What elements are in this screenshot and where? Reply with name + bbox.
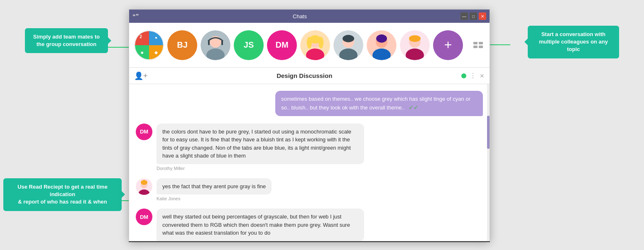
avatar-js[interactable]: JS [234, 30, 264, 60]
avatar-dm[interactable]: DM [267, 30, 297, 60]
message-sender-katie1: Katie Jones [157, 196, 272, 201]
window-title: Chats [293, 13, 307, 19]
svg-point-22 [409, 35, 421, 42]
title-bar: ❝❞ Chats — □ ✕ [129, 10, 490, 23]
message-bubble-sent: sometimes based on themes.. we choose gr… [275, 91, 483, 116]
avatar-photo3[interactable] [333, 30, 363, 60]
avatar-photo1[interactable] [201, 30, 230, 60]
message-row-katie1: yes the fact that they arent pure gray i… [136, 178, 483, 201]
chat-scrollbar[interactable] [487, 84, 490, 241]
window-controls: — □ ✕ [460, 12, 486, 20]
avatar-group[interactable]: ▲ ● ■ ◆ 2 [134, 30, 164, 60]
close-chat-icon[interactable]: ✕ [480, 73, 485, 79]
message-content-dorothy2: well they started out being percentages … [157, 209, 364, 241]
more-options-icon[interactable]: ⋮ [470, 72, 476, 80]
avatar-photo2[interactable] [300, 30, 330, 60]
message-row-dorothy2: DM well they started out being percentag… [136, 209, 483, 241]
avatar-photo4[interactable] [367, 30, 397, 60]
chat-area: sometimes based on themes.. we choose gr… [129, 84, 490, 241]
chat-header-actions: ⋮ ✕ [461, 72, 485, 80]
svg-rect-23 [473, 42, 477, 44]
message-row-dorothy1: DM the colors dont have to be pure grey,… [136, 124, 483, 171]
avatar-bj[interactable]: BJ [167, 30, 197, 60]
svg-point-18 [376, 34, 387, 43]
minimize-button[interactable]: — [460, 12, 468, 20]
svg-point-14 [343, 35, 354, 42]
grid-view-icon[interactable] [472, 41, 485, 49]
title-bar-left-decoration: ❝❞ [132, 13, 139, 19]
message-bubble-dorothy2: well they started out being percentages … [157, 209, 364, 241]
avatar-dorothy2: DM [136, 209, 152, 225]
svg-point-30 [141, 180, 147, 185]
message-content-dorothy1: the colors dont have to be pure grey, I … [157, 124, 364, 171]
svg-rect-26 [479, 46, 483, 48]
avatar-katie [136, 178, 152, 195]
avatar-dorothy: DM [136, 124, 152, 140]
add-member-icon[interactable]: 👤+ [134, 71, 148, 80]
svg-rect-25 [473, 46, 477, 48]
svg-rect-24 [479, 42, 483, 44]
message-sender-dorothy1: Dorothy Miller [157, 166, 364, 171]
message-bubble-dorothy1: the colors dont have to be pure grey, I … [157, 124, 364, 164]
chat-header: 👤+ Design Discussion ⋮ ✕ [129, 68, 490, 84]
avatar-photo5[interactable] [400, 30, 430, 60]
chat-scrollbar-thumb[interactable] [487, 116, 490, 149]
message-row-sent: sometimes based on themes.. we choose gr… [136, 91, 483, 116]
avatar-add-button[interactable]: + [433, 30, 463, 60]
callout-bottom-left: Use Read Reciept to get a real time indi… [3, 178, 122, 211]
message-tick: ✓✓ [409, 104, 419, 111]
connector-line-right [487, 44, 510, 45]
chat-title: Design Discussion [148, 72, 461, 79]
message-bubble-katie1: yes the fact that they arent pure gray i… [157, 178, 272, 195]
avatar-group-badge: 2 [137, 33, 145, 41]
avatar-bar-right [472, 41, 485, 49]
app-window: ❝❞ Chats — □ ✕ ▲ ● ■ ◆ 2 BJ [129, 9, 490, 241]
avatar-bar: ▲ ● ■ ◆ 2 BJ JS [129, 23, 490, 68]
callout-top-right: Start a conversation with multiple colle… [528, 26, 619, 58]
svg-point-9 [307, 37, 312, 49]
maximize-button[interactable]: □ [470, 12, 477, 20]
close-button[interactable]: ✕ [479, 12, 486, 20]
message-content-sent: sometimes based on themes.. we choose gr… [275, 91, 483, 116]
message-content-katie1: yes the fact that they arent pure gray i… [157, 178, 272, 201]
callout-top-left: Simply add team mates to the group conve… [25, 28, 108, 53]
svg-point-10 [318, 37, 323, 49]
status-indicator [461, 73, 466, 78]
